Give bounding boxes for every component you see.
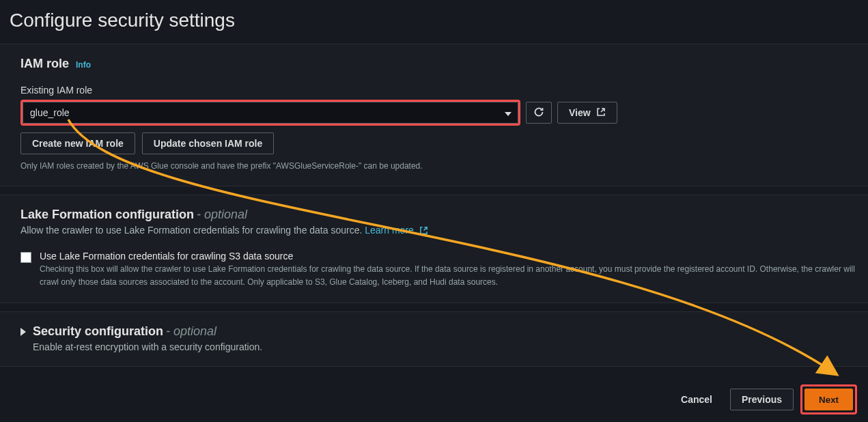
lake-panel-desc: Allow the crawler to use Lake Formation …	[20, 225, 362, 236]
previous-button[interactable]: Previous	[730, 389, 794, 410]
security-config-panel: Security configuration - optional Enable…	[0, 311, 868, 367]
lake-checkbox-label: Use Lake Formation credentials for crawl…	[40, 251, 857, 262]
lake-panel-title: Lake Formation configuration	[20, 208, 194, 221]
external-link-icon	[596, 107, 606, 119]
refresh-icon	[533, 107, 544, 119]
page-title: Configure security settings	[0, 0, 868, 44]
security-panel-title: Security configuration	[33, 324, 163, 338]
info-link[interactable]: Info	[76, 60, 91, 70]
update-iam-role-button[interactable]: Update chosen IAM role	[142, 132, 274, 154]
learn-more-link[interactable]: Learn more.	[365, 225, 428, 236]
caret-right-icon	[20, 328, 26, 336]
lake-formation-checkbox[interactable]	[20, 252, 31, 263]
next-button[interactable]: Next	[804, 389, 853, 410]
security-panel-desc: Enable at-rest encryption with a securit…	[33, 341, 262, 352]
lake-optional-label: - optional	[197, 208, 247, 221]
iam-role-select[interactable]: glue_role	[23, 102, 518, 124]
iam-helper-text: Only IAM roles created by the AWS Glue c…	[20, 160, 857, 172]
learn-more-label: Learn more.	[365, 225, 416, 236]
view-button-label: View	[569, 107, 591, 118]
expand-toggle[interactable]	[20, 327, 26, 338]
next-button-highlight: Next	[800, 384, 857, 414]
refresh-button[interactable]	[526, 102, 552, 124]
iam-role-panel: IAM role Info Existing IAM role glue_rol…	[0, 44, 868, 186]
iam-role-dropdown-highlight: glue_role	[20, 100, 520, 126]
existing-iam-role-label: Existing IAM role	[20, 85, 857, 96]
external-link-icon	[419, 226, 428, 235]
view-button[interactable]: View	[557, 102, 617, 124]
create-iam-role-button[interactable]: Create new IAM role	[20, 132, 135, 154]
lake-checkbox-desc: Checking this box will allow the crawler…	[40, 263, 857, 289]
lake-formation-panel: Lake Formation configuration - optional …	[0, 195, 868, 303]
security-optional-label: - optional	[166, 324, 216, 338]
wizard-footer: Cancel Previous Next	[0, 375, 868, 414]
cancel-button[interactable]: Cancel	[670, 389, 723, 410]
iam-panel-title: IAM role	[20, 57, 69, 71]
